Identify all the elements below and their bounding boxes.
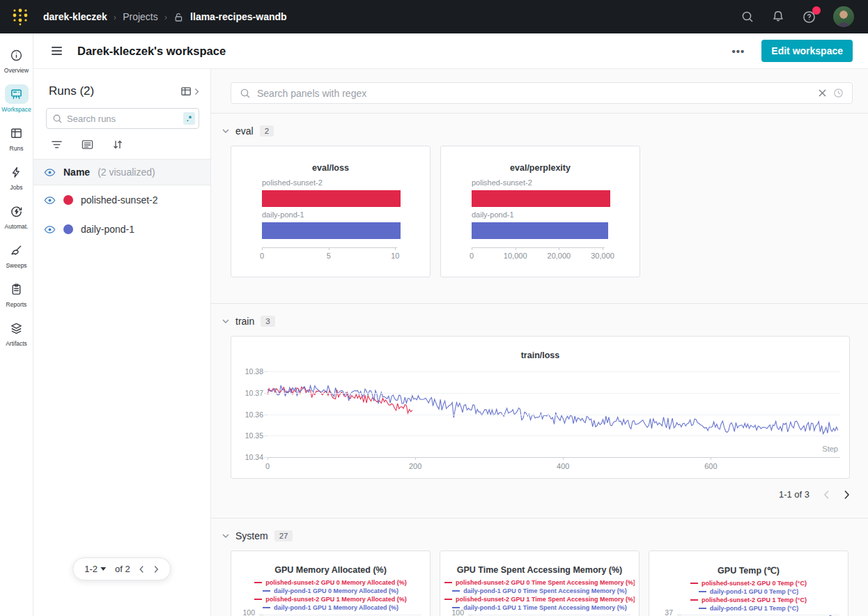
sidebar-item-artifacts[interactable]: Artifacts [0, 314, 33, 353]
legend-item[interactable]: daily-pond-1 GPU 1 Memory Allocated (%) [263, 603, 398, 611]
line-plot: 10090 [231, 613, 421, 616]
legend-item[interactable]: daily-pond-1 GPU 0 Memory Allocated (%) [263, 587, 398, 594]
user-avatar[interactable] [833, 6, 854, 27]
breadcrumb-separator: › [114, 12, 116, 22]
clear-search-icon[interactable] [818, 88, 827, 98]
x-tick-label: 0 [260, 252, 264, 260]
run-row-daily-pond-1[interactable]: daily-pond-1 [33, 215, 210, 244]
legend-item[interactable]: daily-pond-1 GPU 0 Time Spent Accessing … [452, 587, 627, 594]
x-axis-tick [262, 247, 263, 250]
runs-count-title: Runs (2) [49, 84, 94, 98]
sidebar-item-workspace[interactable]: Workspace [0, 79, 33, 118]
sidebar-item-automations[interactable]: Automat. [0, 197, 33, 236]
sidebar-item-jobs[interactable]: Jobs [0, 157, 33, 197]
runs-search-input[interactable] [67, 114, 179, 124]
run-name[interactable]: polished-sunset-2 [81, 194, 158, 206]
sidebar-item-label: Automat. [4, 223, 28, 230]
panel-pagination: 1-1 of 3 [211, 479, 868, 509]
x-axis-tick [415, 457, 416, 460]
sort-icon[interactable] [112, 139, 123, 150]
breadcrumb-projects[interactable]: Projects [123, 11, 158, 22]
edit-workspace-button[interactable]: Edit workspace [761, 40, 853, 62]
next-panel-page-button[interactable] [844, 490, 850, 500]
bar[interactable] [262, 222, 401, 239]
runs-search-box: .* [46, 108, 199, 129]
expand-runs-table-button[interactable] [181, 86, 199, 97]
y-tick-label: 100 [440, 608, 464, 616]
chart-title: GPU Time Spent Accessing Memory (%) [440, 565, 639, 575]
notifications-bell-icon[interactable] [771, 10, 785, 24]
table-icon [181, 86, 193, 97]
sidebar-item-overview[interactable]: Overview [0, 40, 33, 79]
search-history-icon[interactable] [833, 88, 844, 98]
legend-swatch [263, 590, 270, 592]
section-header-train[interactable]: train 3 [211, 304, 868, 327]
sidebar-item-sweeps[interactable]: Sweeps [0, 236, 33, 275]
x-tick-label: 600 [704, 462, 717, 470]
wandb-logo[interactable] [8, 5, 32, 29]
legend-label: polished-sunset-2 GPU 1 Temp (°C) [702, 596, 807, 603]
legend-item[interactable]: daily-pond-1 GPU 1 Temp (°C) [699, 604, 798, 612]
more-options-button[interactable]: ••• [732, 45, 745, 57]
panel-gpu-memory-allocated[interactable]: GPU Memory Allocated (%) polished-sunset… [231, 550, 431, 616]
bar[interactable] [262, 190, 401, 207]
eye-icon[interactable] [44, 195, 56, 206]
sidebar-item-runs[interactable]: Runs [0, 118, 33, 157]
bar-category-label: daily-pond-1 [262, 210, 304, 219]
train-loss-lines [268, 371, 840, 459]
y-axis-tick [264, 393, 268, 394]
eye-icon[interactable] [44, 224, 56, 235]
runs-toolbar [33, 129, 210, 159]
section-header-system[interactable]: System 27 [211, 518, 868, 541]
previous-page-button[interactable] [139, 565, 145, 573]
panel-eval-perplexity[interactable]: eval/perplexity polished-sunset-2daily-p… [440, 146, 640, 277]
legend-label: daily-pond-1 GPU 1 Temp (°C) [710, 605, 798, 612]
breadcrumb-project[interactable]: llama-recipes-wandb [190, 11, 287, 22]
eye-icon[interactable] [44, 167, 56, 178]
legend-item[interactable]: daily-pond-1 GPU 0 Temp (°C) [699, 587, 798, 595]
previous-panel-page-button[interactable] [823, 490, 830, 500]
bar[interactable] [472, 190, 610, 207]
section-header-eval[interactable]: eval 2 [211, 114, 868, 137]
section-name: train [235, 316, 254, 327]
legend-label: daily-pond-1 GPU 1 Time Spent Accessing … [463, 604, 627, 611]
group-list-icon[interactable] [82, 139, 93, 150]
chart-legend: polished-sunset-2 GPU 0 Memory Allocated… [231, 578, 430, 611]
search-icon[interactable] [741, 10, 754, 24]
y-axis-tick [264, 371, 268, 372]
y-tick-label: 100 [231, 608, 255, 616]
legend-item[interactable]: polished-sunset-2 GPU 1 Memory Allocated… [254, 595, 407, 603]
panel-gpu-temp[interactable]: GPU Temp (℃) polished-sunset-2 GPU 0 Tem… [649, 550, 848, 616]
line-plot: 3736.5 [649, 613, 839, 616]
legend-item[interactable]: polished-sunset-2 GPU 0 Memory Allocated… [254, 578, 407, 586]
legend-item[interactable]: polished-sunset-2 GPU 0 Time Spent Acces… [444, 578, 635, 586]
panel-eval-loss[interactable]: eval/loss polished-sunset-2daily-pond-10… [231, 146, 431, 277]
panel-gpu-time-accessing-memory[interactable]: GPU Time Spent Accessing Memory (%) poli… [440, 550, 640, 616]
legend-swatch [699, 608, 706, 609]
menu-hamburger-icon[interactable] [52, 47, 62, 55]
legend-item[interactable]: polished-sunset-2 GPU 0 Temp (°C) [690, 579, 807, 587]
automation-icon [5, 201, 29, 221]
next-page-button[interactable] [154, 565, 160, 573]
y-tick-label: 10.36 [235, 410, 263, 419]
sidebar-item-label: Artifacts [6, 340, 27, 347]
regex-toggle-button[interactable]: .* [183, 112, 195, 125]
panel-search-input[interactable] [257, 88, 812, 99]
legend-item[interactable]: polished-sunset-2 GPU 1 Time Spent Acces… [444, 595, 635, 603]
legend-item[interactable]: polished-sunset-2 GPU 1 Temp (°C) [690, 596, 807, 603]
broom-icon [5, 240, 29, 260]
legend-item[interactable]: daily-pond-1 GPU 1 Time Spent Accessing … [452, 603, 627, 611]
sidebar-item-label: Sweeps [6, 262, 26, 269]
unlocked-icon [173, 12, 184, 22]
panel-train-loss[interactable]: train/loss Step 10.3410.3510.3610.3710.3… [231, 336, 850, 479]
help-button[interactable] [802, 10, 816, 24]
line-plot: Step 10.3410.3510.3610.3710.380200400600 [268, 371, 840, 457]
filter-icon[interactable] [51, 139, 63, 150]
sidebar-item-reports[interactable]: Reports [0, 275, 33, 314]
runs-visibility-header: Name (2 visualized) [33, 159, 210, 185]
bar[interactable] [472, 222, 608, 239]
breadcrumb-user[interactable]: darek-kleczek [43, 11, 107, 22]
run-name[interactable]: daily-pond-1 [81, 224, 134, 235]
page-range-dropdown[interactable]: 1-2 [84, 564, 106, 574]
run-row-polished-sunset-2[interactable]: polished-sunset-2 [33, 185, 210, 215]
